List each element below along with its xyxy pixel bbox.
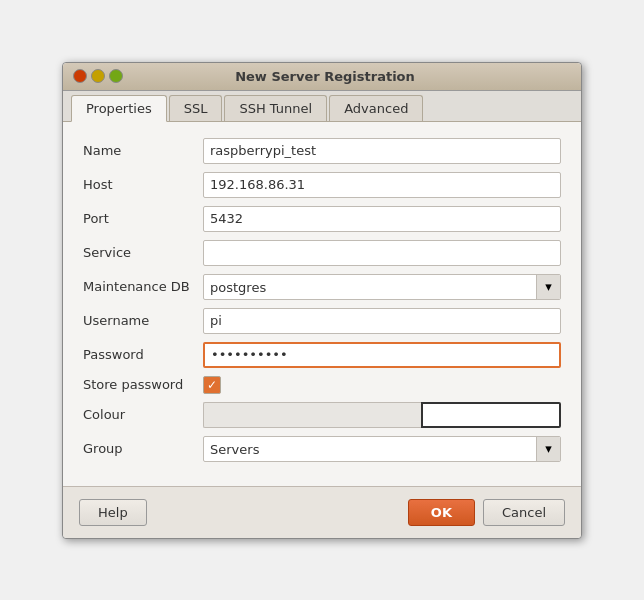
username-input[interactable] — [203, 308, 561, 334]
password-input[interactable] — [203, 342, 561, 368]
store-password-row: Store password — [83, 376, 561, 394]
group-select[interactable]: Servers ▾ — [203, 436, 561, 462]
store-password-checkbox-wrapper — [203, 376, 561, 394]
port-input[interactable] — [203, 206, 561, 232]
port-control — [203, 206, 561, 232]
password-label: Password — [83, 347, 203, 362]
form-content: Name Host Port Service — [63, 122, 581, 486]
username-row: Username — [83, 308, 561, 334]
tab-advanced[interactable]: Advanced — [329, 95, 423, 121]
colour-control — [203, 402, 561, 428]
maintenance-db-arrow[interactable]: ▾ — [536, 275, 560, 299]
footer: Help OK Cancel — [63, 486, 581, 538]
store-password-label: Store password — [83, 377, 203, 392]
help-button[interactable]: Help — [79, 499, 147, 526]
titlebar: New Server Registration — [63, 63, 581, 91]
maintenance-db-label: Maintenance DB — [83, 279, 203, 294]
dialog: New Server Registration Properties SSL S… — [62, 62, 582, 539]
colour-row: Colour — [83, 402, 561, 428]
group-label: Group — [83, 441, 203, 456]
maintenance-db-control: postgres ▾ — [203, 274, 561, 300]
port-label: Port — [83, 211, 203, 226]
tab-ssh-tunnel[interactable]: SSH Tunnel — [224, 95, 327, 121]
cancel-button[interactable]: Cancel — [483, 499, 565, 526]
name-control — [203, 138, 561, 164]
maintenance-db-row: Maintenance DB postgres ▾ — [83, 274, 561, 300]
colour-picker-row — [203, 402, 561, 428]
colour-left-area — [203, 402, 421, 428]
group-control: Servers ▾ — [203, 436, 561, 462]
username-control — [203, 308, 561, 334]
store-password-control — [203, 376, 561, 394]
colour-box[interactable] — [421, 402, 561, 428]
name-row: Name — [83, 138, 561, 164]
port-row: Port — [83, 206, 561, 232]
maintenance-db-select[interactable]: postgres ▾ — [203, 274, 561, 300]
tab-ssl[interactable]: SSL — [169, 95, 223, 121]
service-label: Service — [83, 245, 203, 260]
group-row: Group Servers ▾ — [83, 436, 561, 462]
service-row: Service — [83, 240, 561, 266]
host-input[interactable] — [203, 172, 561, 198]
maintenance-db-value: postgres — [204, 275, 536, 299]
password-row: Password — [83, 342, 561, 368]
name-label: Name — [83, 143, 203, 158]
colour-label: Colour — [83, 407, 203, 422]
dialog-title: New Server Registration — [79, 69, 571, 84]
service-input[interactable] — [203, 240, 561, 266]
group-value: Servers — [204, 437, 536, 461]
username-label: Username — [83, 313, 203, 328]
password-control — [203, 342, 561, 368]
ok-button[interactable]: OK — [408, 499, 475, 526]
host-control — [203, 172, 561, 198]
footer-right: OK Cancel — [408, 499, 565, 526]
host-label: Host — [83, 177, 203, 192]
host-row: Host — [83, 172, 561, 198]
store-password-checkbox[interactable] — [203, 376, 221, 394]
tab-properties[interactable]: Properties — [71, 95, 167, 122]
name-input[interactable] — [203, 138, 561, 164]
tab-bar: Properties SSL SSH Tunnel Advanced — [63, 91, 581, 122]
group-arrow[interactable]: ▾ — [536, 437, 560, 461]
service-control — [203, 240, 561, 266]
